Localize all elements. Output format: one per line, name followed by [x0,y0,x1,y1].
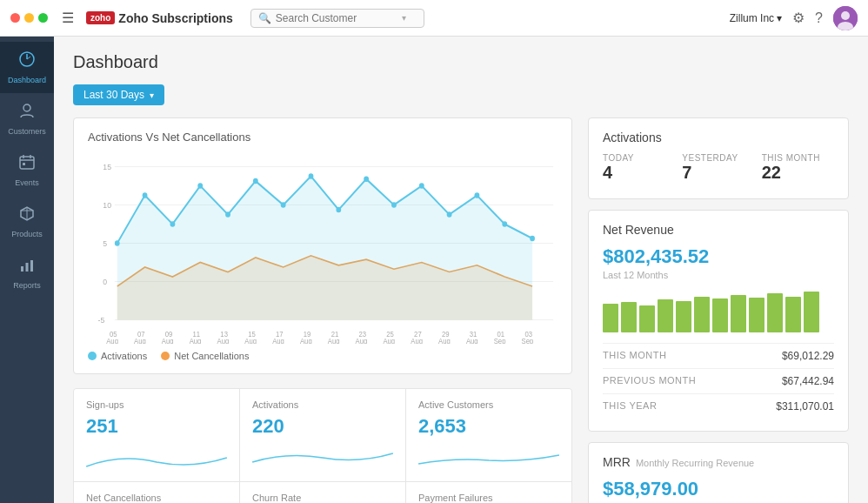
svg-point-29 [225,211,230,218]
stat-net-cancellations: Net Cancellations 83 [74,482,239,503]
net-revenue-rows: THIS MONTH $69,012.29 PREVIOUS MONTH $67… [603,343,834,419]
activation-today-label: TODAY [603,153,675,163]
chart-svg: 15 10 5 0 -5 [88,152,558,344]
maximize-button[interactable] [38,13,48,23]
search-dropdown-icon: ▾ [402,13,406,23]
mrr-subtitle: Monthly Recurring Revenue [636,458,754,468]
stat-active-customers-sparkline [418,445,559,471]
sidebar-item-customers[interactable]: Customers [0,93,54,144]
svg-rect-9 [23,163,25,165]
svg-point-39 [502,221,507,227]
customers-icon [18,102,36,124]
stat-signups-label: Sign-ups [86,399,227,410]
chart-title: Activations Vs Net Cancellations [88,131,558,144]
stat-active-customers-value: 2,653 [418,415,559,438]
svg-text:Aug: Aug [106,338,118,344]
search-icon: 🔍 [258,12,271,24]
svg-point-4 [23,104,30,111]
svg-text:Aug: Aug [217,338,230,344]
stat-activations-sparkline [252,445,393,471]
svg-point-1 [841,11,850,20]
activation-yesterday: YESTERDAY 7 [682,153,754,183]
close-button[interactable] [10,13,20,23]
revenue-row-this-month: THIS MONTH $69,012.29 [603,343,834,368]
svg-text:0: 0 [103,277,107,286]
svg-text:Sep: Sep [522,338,534,344]
settings-icon[interactable]: ⚙ [792,10,805,26]
stat-activations-value: 220 [252,415,393,438]
search-box[interactable]: 🔍 ▾ [250,9,424,28]
svg-point-35 [391,202,397,208]
minimize-button[interactable] [24,13,34,23]
avatar[interactable] [833,6,858,30]
mrr-amount: $58,979.00 [603,478,834,500]
revenue-this-year-label: THIS YEAR [603,400,657,412]
mrr-section: MRR Monthly Recurring Revenue $58,979.00… [588,442,849,503]
dashboard-icon [18,50,36,72]
revenue-prev-month-value: $67,442.94 [782,375,834,387]
main-content: Dashboard Last 30 Days ▾ Activations Vs … [54,37,868,503]
sidebar-item-reports[interactable]: Reports [0,247,54,298]
left-panel: Activations Vs Net Cancellations 15 10 5… [73,117,572,503]
svg-point-25 [115,240,120,246]
reports-icon [18,256,36,278]
bar [749,298,765,332]
reports-label: Reports [13,281,41,290]
topbar-right: Zillum Inc ▾ ⚙ ? [730,6,858,30]
activation-this-month-value: 22 [762,163,834,183]
svg-point-26 [143,192,148,198]
sidebar-item-dashboard[interactable]: Dashboard [0,42,54,93]
net-revenue-bar-chart [603,289,834,332]
revenue-this-month-value: $69,012.29 [782,350,834,362]
stat-churn-rate-label: Churn Rate [252,493,393,503]
svg-point-28 [197,183,203,189]
stat-signups-sparkline [86,445,227,471]
stat-signups-value: 251 [86,415,227,438]
events-label: Events [15,178,39,187]
net-revenue-sub: Last 12 Months [603,270,834,280]
products-label: Products [11,230,43,238]
svg-point-40 [530,236,535,242]
svg-text:Aug: Aug [438,338,451,344]
stat-activations: Activations 220 [240,389,405,481]
svg-text:Aug: Aug [411,338,423,344]
cancellations-dot [161,352,170,360]
topbar: ☰ zoho Zoho Subscriptions 🔍 ▾ Zillum Inc… [0,0,868,37]
bar [785,297,801,332]
svg-text:Aug: Aug [244,338,257,344]
legend-cancellations: Net Cancellations [161,351,249,361]
right-panel: Activations TODAY 4 YESTERDAY 7 [588,117,849,503]
svg-rect-14 [30,260,33,272]
activations-title: Activations [603,131,834,144]
content-split: Activations Vs Net Cancellations 15 10 5… [73,117,849,503]
svg-rect-12 [21,266,23,272]
stats-grid: Sign-ups 251 Activations 220 [73,388,572,503]
date-filter-button[interactable]: Last 30 Days ▾ [73,84,164,105]
stat-active-customers: Active Customers 2,653 [406,389,571,481]
avatar-image [833,6,858,30]
net-revenue-title: Net Revenue [603,223,834,237]
svg-text:-5: -5 [98,315,105,325]
events-icon [18,153,36,175]
menu-icon[interactable]: ☰ [62,10,74,26]
svg-point-31 [281,202,286,208]
stat-active-customers-label: Active Customers [418,399,559,410]
org-selector[interactable]: Zillum Inc ▾ [730,12,782,24]
revenue-prev-month-label: PREVIOUS MONTH [603,375,696,387]
revenue-row-this-year: THIS YEAR $311,070.01 [603,393,834,419]
activation-this-month-label: THIS MONTH [762,153,834,163]
revenue-row-prev-month: PREVIOUS MONTH $67,442.94 [603,368,834,393]
help-icon[interactable]: ? [815,10,823,26]
date-filter-arrow-icon: ▾ [150,91,154,100]
svg-point-38 [475,192,480,198]
sidebar-item-events[interactable]: Events [0,144,54,196]
svg-point-37 [447,211,452,218]
window-controls [10,13,48,23]
activations-dot [88,352,97,360]
sidebar-item-products[interactable]: Products [0,196,54,247]
bar [639,305,655,332]
activations-section: Activations TODAY 4 YESTERDAY 7 [588,117,849,199]
svg-text:Aug: Aug [328,338,340,344]
search-input[interactable] [276,12,397,24]
svg-point-33 [336,207,341,213]
